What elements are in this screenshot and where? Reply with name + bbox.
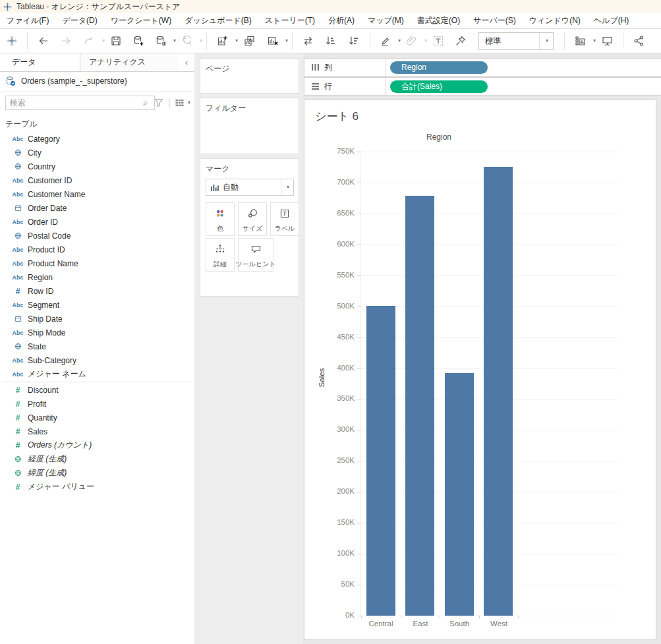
- field-item-profit[interactable]: #Profit: [0, 397, 194, 411]
- size-button[interactable]: サイズ: [238, 202, 267, 236]
- tooltip-button[interactable]: ツールヒント: [238, 238, 273, 272]
- x-axis-category-label[interactable]: East: [401, 620, 440, 628]
- x-axis-category-label[interactable]: West: [479, 620, 519, 628]
- y-axis-title[interactable]: Sales: [318, 358, 326, 397]
- sort-descending-button[interactable]: [345, 32, 364, 50]
- fit-selector-caret-icon[interactable]: ▾: [539, 33, 553, 49]
- field-item-category[interactable]: AbcCategory: [0, 132, 194, 146]
- refresh-button[interactable]: [178, 32, 196, 50]
- show-cards-button[interactable]: [571, 32, 590, 50]
- field-item-country[interactable]: Country: [0, 160, 194, 173]
- field-item-sub-category[interactable]: AbcSub-Category: [0, 353, 194, 367]
- view-options-icon[interactable]: [173, 94, 187, 112]
- x-axis-category-label[interactable]: Central: [361, 620, 401, 628]
- field-item-row-id[interactable]: #Row ID: [0, 284, 194, 298]
- group-members-button[interactable]: [403, 32, 421, 50]
- field-item-state[interactable]: State: [0, 339, 194, 353]
- bar-south[interactable]: [445, 373, 474, 616]
- field-item-discount[interactable]: #Discount: [0, 383, 194, 397]
- menu-item-5[interactable]: 分析(A): [322, 15, 361, 26]
- field-item-product-id[interactable]: AbcProduct ID: [0, 243, 194, 256]
- clear-sheet-caret-icon[interactable]: ▾: [285, 38, 288, 44]
- field-item-city[interactable]: City: [0, 146, 194, 160]
- presentation-mode-button[interactable]: [598, 32, 617, 50]
- field-item-meas[interactable]: 緯度 (生成): [0, 466, 194, 480]
- pill-sum-sales[interactable]: 合計(Sales): [390, 80, 488, 93]
- menu-item-10[interactable]: ヘルプ(H): [587, 15, 636, 26]
- column-field-header[interactable]: Region: [360, 132, 517, 142]
- pill-region[interactable]: Region: [390, 61, 488, 74]
- highlight-caret-icon[interactable]: ▾: [398, 38, 401, 44]
- undo-button[interactable]: [34, 32, 53, 50]
- label-button[interactable]: ラベル: [270, 202, 299, 236]
- field-item-meas[interactable]: 経度 (生成): [0, 452, 194, 466]
- field-item-dim[interactable]: Abcメジャー ネーム: [0, 367, 194, 381]
- menu-item-1[interactable]: データ(D): [55, 15, 103, 26]
- menu-item-9[interactable]: ウィンドウ(N): [523, 15, 587, 26]
- redo-button[interactable]: [57, 32, 76, 50]
- menu-item-2[interactable]: ワークシート(W): [104, 15, 178, 26]
- group-members-caret-icon[interactable]: ▾: [424, 38, 427, 44]
- detail-button[interactable]: 詳細: [206, 238, 235, 272]
- rows-shelf[interactable]: 行 合計(Sales): [304, 77, 661, 96]
- field-item-customer-name[interactable]: AbcCustomer Name: [0, 187, 194, 201]
- view-options-caret-icon[interactable]: ▾: [188, 100, 190, 105]
- bar-west[interactable]: [484, 167, 513, 616]
- field-item-customer-id[interactable]: AbcCustomer ID: [0, 173, 194, 187]
- replay-caret-icon[interactable]: ▾: [102, 38, 105, 44]
- tab-data[interactable]: データ: [0, 53, 80, 71]
- highlight-button[interactable]: [376, 32, 395, 50]
- menu-item-4[interactable]: ストーリー(T): [258, 15, 322, 26]
- x-axis-category-label[interactable]: South: [440, 620, 479, 628]
- share-button[interactable]: [629, 32, 648, 50]
- field-item-sales[interactable]: #Sales: [0, 424, 194, 438]
- pause-updates-button[interactable]: [152, 32, 170, 50]
- field-item-postal-code[interactable]: Postal Code: [0, 229, 194, 243]
- sort-ascending-button[interactable]: [322, 32, 341, 50]
- menu-item-0[interactable]: ファイル(F): [0, 15, 55, 26]
- pages-card[interactable]: ページ: [200, 58, 299, 94]
- field-item-ship-mode[interactable]: AbcShip Mode: [0, 326, 194, 339]
- replay-button[interactable]: [80, 32, 99, 50]
- field-item-order-id[interactable]: AbcOrder ID: [0, 215, 194, 229]
- search-input[interactable]: [5, 96, 155, 110]
- new-worksheet-button[interactable]: [213, 32, 232, 50]
- save-button[interactable]: [107, 32, 125, 50]
- field-item-orders[interactable]: #Orders (カウント): [0, 438, 194, 452]
- menu-item-7[interactable]: 書式設定(O): [411, 15, 467, 26]
- mark-type-dropdown[interactable]: 自動 ▾: [206, 179, 294, 196]
- menu-item-8[interactable]: サーバー(S): [467, 15, 523, 26]
- collapse-pane-icon[interactable]: ‹: [179, 53, 194, 71]
- refresh-caret-icon[interactable]: ▾: [200, 38, 202, 44]
- filter-fields-icon[interactable]: [152, 94, 166, 112]
- field-item-quantity[interactable]: #Quantity: [0, 411, 194, 424]
- fit-selector[interactable]: 標準 ▾: [478, 32, 554, 50]
- sheet-title[interactable]: シート 6: [315, 109, 359, 124]
- new-datasource-button[interactable]: [129, 32, 148, 50]
- columns-shelf[interactable]: 列 Region: [304, 58, 661, 76]
- field-item-order-date[interactable]: Order Date: [0, 201, 194, 215]
- field-item-region[interactable]: AbcRegion: [0, 270, 194, 284]
- datasource-row[interactable]: Orders (sample_-_superstore): [0, 71, 194, 92]
- show-cards-caret-icon[interactable]: ▾: [593, 38, 596, 44]
- menu-item-6[interactable]: マップ(M): [361, 15, 411, 26]
- fix-axes-pin-icon[interactable]: [451, 32, 470, 50]
- color-button[interactable]: 色: [206, 202, 235, 236]
- bar-east[interactable]: [405, 196, 434, 616]
- menu-item-3[interactable]: ダッシュボード(B): [178, 15, 258, 26]
- field-item-product-name[interactable]: AbcProduct Name: [0, 256, 194, 270]
- pause-updates-caret-icon[interactable]: ▾: [173, 38, 176, 44]
- clear-sheet-button[interactable]: [263, 32, 282, 50]
- duplicate-sheet-button[interactable]: [240, 32, 259, 50]
- field-item-meas[interactable]: #メジャー バリュー: [0, 480, 194, 494]
- swap-axes-button[interactable]: [299, 32, 318, 50]
- tab-analytics[interactable]: アナリティクス: [80, 53, 179, 71]
- tableau-home-icon[interactable]: [3, 32, 21, 50]
- text-label-button[interactable]: [429, 32, 447, 50]
- field-item-ship-date[interactable]: Ship Date: [0, 312, 194, 326]
- bar-central[interactable]: [366, 306, 395, 616]
- filters-card[interactable]: フィルター: [200, 98, 299, 154]
- new-worksheet-caret-icon[interactable]: ▾: [235, 38, 238, 44]
- field-item-segment[interactable]: AbcSegment: [0, 298, 194, 312]
- mark-type-caret-icon[interactable]: ▾: [281, 179, 293, 195]
